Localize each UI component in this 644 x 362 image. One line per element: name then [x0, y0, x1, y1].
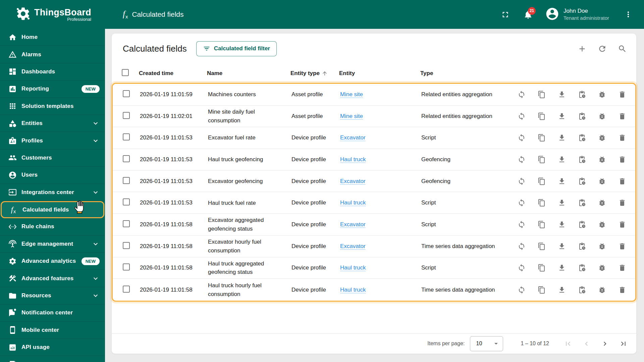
copy-button[interactable]	[538, 90, 546, 99]
column-header-created-time[interactable]: Created time	[139, 70, 207, 77]
events-button[interactable]	[578, 221, 586, 229]
sidebar-item-white-labeling[interactable]: White labeling	[0, 356, 105, 362]
delete-button[interactable]	[618, 242, 626, 250]
delete-button[interactable]	[618, 134, 626, 142]
delete-button[interactable]	[618, 156, 626, 164]
notifications-bell[interactable]: 21	[523, 10, 533, 19]
table-row[interactable]: 2026-01-19 11:01:58Excavator hourly fuel…	[113, 236, 635, 257]
delete-button[interactable]	[618, 264, 626, 272]
events-button[interactable]	[578, 286, 586, 294]
row-checkbox[interactable]	[123, 112, 130, 119]
sidebar-item-profiles[interactable]: Profiles	[0, 132, 105, 149]
reprocess-button[interactable]	[518, 242, 526, 250]
add-button[interactable]	[578, 44, 587, 53]
reprocess-button[interactable]	[518, 286, 526, 294]
sidebar-item-customers[interactable]: Customers	[0, 149, 105, 167]
first-page-button[interactable]	[564, 340, 572, 348]
row-checkbox[interactable]	[123, 133, 130, 140]
download-button[interactable]	[558, 242, 566, 250]
download-button[interactable]	[558, 90, 566, 99]
column-header-name[interactable]: Name	[207, 70, 290, 77]
delete-button[interactable]	[618, 199, 626, 207]
copy-button[interactable]	[538, 264, 546, 272]
events-button[interactable]	[578, 177, 586, 185]
sidebar-item-edge-management[interactable]: Edge management	[0, 236, 105, 253]
row-checkbox[interactable]	[123, 155, 130, 162]
sidebar-item-users[interactable]: Users	[0, 167, 105, 184]
debug-button[interactable]	[598, 156, 606, 164]
copy-button[interactable]	[538, 242, 546, 250]
refresh-button[interactable]	[598, 44, 607, 53]
entity-link[interactable]: Haul truck	[340, 156, 366, 163]
download-button[interactable]	[558, 199, 566, 207]
copy-button[interactable]	[538, 156, 546, 164]
delete-button[interactable]	[618, 286, 626, 294]
items-per-page-select[interactable]: 10	[470, 336, 503, 351]
reprocess-button[interactable]	[518, 221, 526, 229]
copy-button[interactable]	[538, 221, 546, 229]
row-checkbox[interactable]	[123, 90, 130, 97]
sidebar-item-dashboards[interactable]: Dashboards	[0, 63, 105, 80]
delete-button[interactable]	[618, 221, 626, 229]
reprocess-button[interactable]	[518, 177, 526, 185]
entity-link[interactable]: Excavator	[340, 134, 366, 141]
sidebar-item-advanced-features[interactable]: Advanced features	[0, 270, 105, 287]
sidebar-item-calculated-fields[interactable]: fxCalculated fields	[1, 201, 104, 218]
entity-link[interactable]: Excavator	[340, 243, 366, 249]
reprocess-button[interactable]	[518, 90, 526, 99]
reprocess-button[interactable]	[518, 156, 526, 164]
last-page-button[interactable]	[619, 340, 628, 348]
entity-link[interactable]: Mine site	[340, 113, 363, 119]
copy-button[interactable]	[538, 177, 546, 185]
entity-link[interactable]: Excavator	[340, 221, 366, 228]
events-button[interactable]	[578, 242, 586, 250]
reprocess-button[interactable]	[518, 199, 526, 207]
search-button[interactable]	[618, 44, 627, 53]
debug-button[interactable]	[598, 264, 606, 272]
download-button[interactable]	[558, 221, 566, 229]
entity-link[interactable]: Haul truck	[340, 264, 366, 271]
copy-button[interactable]	[538, 199, 546, 207]
debug-button[interactable]	[598, 199, 606, 207]
row-checkbox[interactable]	[123, 198, 130, 205]
reprocess-button[interactable]	[518, 134, 526, 142]
row-checkbox[interactable]	[123, 220, 130, 227]
fullscreen-button[interactable]	[501, 10, 510, 19]
sidebar-item-advanced-analytics[interactable]: Advanced analyticsNEW	[0, 253, 105, 270]
download-button[interactable]	[558, 134, 566, 142]
sidebar-item-reporting[interactable]: ReportingNEW	[0, 80, 105, 98]
row-checkbox[interactable]	[123, 263, 130, 270]
next-page-button[interactable]	[601, 340, 609, 348]
user-info[interactable]: John Doe Tenant administrator	[564, 7, 609, 21]
events-button[interactable]	[578, 199, 586, 207]
sidebar-item-solution-templates[interactable]: Solution templates	[0, 98, 105, 115]
table-row[interactable]: 2026-01-19 11:01:53Haul truck geofencing…	[113, 149, 635, 171]
thingsboard-brand[interactable]: ThingsBoard Professional	[0, 6, 105, 23]
debug-button[interactable]	[598, 242, 606, 250]
row-checkbox[interactable]	[123, 177, 130, 184]
calculated-field-filter-button[interactable]: Calculated field filter	[196, 41, 277, 56]
debug-button[interactable]	[598, 134, 606, 142]
download-button[interactable]	[558, 177, 566, 185]
sidebar-item-api-usage[interactable]: API usage	[0, 339, 105, 356]
reprocess-button[interactable]	[518, 112, 526, 120]
table-row[interactable]: 2026-01-19 11:01:58Haul truck aggregated…	[113, 257, 635, 279]
entity-link[interactable]: Haul truck	[340, 199, 366, 206]
sidebar-item-home[interactable]: Home	[0, 29, 105, 46]
delete-button[interactable]	[618, 112, 626, 120]
copy-button[interactable]	[538, 134, 546, 142]
more-menu-button[interactable]	[624, 10, 633, 19]
column-header-type[interactable]: Type	[420, 70, 517, 77]
sidebar-item-rule-chains[interactable]: Rule chains	[0, 218, 105, 235]
download-button[interactable]	[558, 264, 566, 272]
sidebar-item-resources[interactable]: Resources	[0, 287, 105, 304]
table-row[interactable]: 2026-01-19 11:02:01Mine site daily fuel …	[113, 106, 635, 127]
reprocess-button[interactable]	[518, 264, 526, 272]
events-button[interactable]	[578, 264, 586, 272]
table-row[interactable]: 2026-01-19 11:01:53Haul truck fuel rateD…	[113, 192, 635, 214]
copy-button[interactable]	[538, 286, 546, 294]
debug-button[interactable]	[598, 90, 606, 99]
select-all-checkbox[interactable]	[122, 69, 129, 76]
debug-button[interactable]	[598, 112, 606, 120]
sidebar-item-alarms[interactable]: Alarms	[0, 46, 105, 63]
